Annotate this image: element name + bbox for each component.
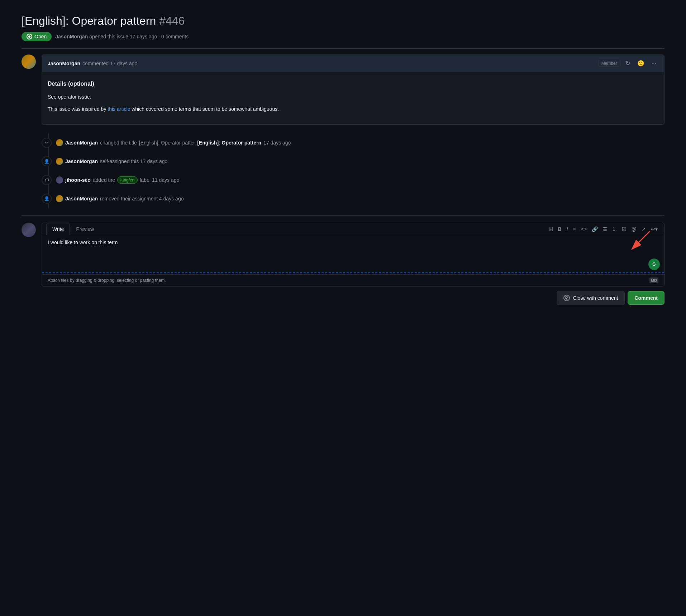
issue-author: JasonMorgan opened this issue 17 days ag… bbox=[55, 34, 189, 39]
tag-icon: 🏷 bbox=[42, 175, 52, 185]
timeline-content: JasonMorgan removed their assignment 4 d… bbox=[56, 195, 184, 202]
timeline-content: JasonMorgan self-assigned this 17 days a… bbox=[56, 158, 167, 165]
timeline-time: 17 days ago bbox=[263, 140, 291, 146]
comment-button[interactable]: Comment bbox=[628, 291, 664, 305]
person-icon: 👤 bbox=[42, 156, 52, 166]
current-user-avatar bbox=[22, 223, 36, 237]
emoji-button[interactable]: 🙂 bbox=[635, 58, 647, 68]
timeline-author: jihoon-seo bbox=[65, 177, 91, 183]
timeline-item: 👤 JasonMorgan self-assigned this 17 days… bbox=[42, 152, 664, 171]
comment-author: JasonMorgan bbox=[48, 61, 80, 66]
timeline-divider bbox=[22, 215, 664, 215]
unordered-list-btn[interactable]: ☰ bbox=[601, 225, 610, 233]
editor-tabs: Write Preview bbox=[42, 223, 104, 235]
comment-header: JasonMorgan commented 17 days ago Member… bbox=[42, 55, 664, 72]
close-btn-label: Close with comment bbox=[573, 295, 618, 301]
timeline-content: JasonMorgan changed the title [English]:… bbox=[56, 139, 291, 146]
timeline-action-prefix: added the bbox=[93, 177, 115, 183]
tabs-toolbar-row: Write Preview H B I ≡ <> 🔗 ☰ bbox=[42, 223, 664, 235]
svg-point-2 bbox=[565, 297, 568, 299]
timeline-action-suffix: label 11 days ago bbox=[140, 177, 179, 183]
timeline: ✏ JasonMorgan changed the title [English… bbox=[42, 133, 664, 208]
undo-btn[interactable]: ↩▾ bbox=[649, 225, 660, 233]
bold-btn[interactable]: B bbox=[556, 225, 564, 233]
comment-heading: Details (optional) bbox=[48, 79, 658, 89]
avatar-small bbox=[56, 158, 63, 165]
member-badge: Member bbox=[598, 60, 620, 67]
timeline-item: ✏ JasonMorgan changed the title [English… bbox=[42, 133, 664, 152]
issue-title: [English]: Operator pattern #446 bbox=[22, 14, 664, 28]
timeline-action: removed their assignment 4 days ago bbox=[100, 196, 184, 202]
timeline-content: jihoon-seo added the lang/en label 11 da… bbox=[56, 176, 179, 184]
issue-number: #446 bbox=[159, 14, 185, 27]
italic-btn[interactable]: I bbox=[564, 225, 570, 233]
write-tab[interactable]: Write bbox=[46, 223, 70, 235]
timeline-author: JasonMorgan bbox=[65, 140, 98, 146]
reaction-button[interactable]: ↻ bbox=[623, 58, 632, 68]
check-icon bbox=[565, 296, 568, 300]
timeline-action: self-assigned this 17 days ago bbox=[100, 158, 167, 164]
timeline-item: 🏷 jihoon-seo added the lang/en label 11 … bbox=[42, 171, 664, 189]
para2-suffix: which covered some terms that seem to be… bbox=[130, 106, 279, 112]
editor-footer: Attach files by dragging & dropping, sel… bbox=[42, 274, 664, 286]
label-badge: lang/en bbox=[117, 176, 138, 184]
comment-para1: See operator issue. bbox=[48, 93, 658, 101]
comment-body: Details (optional) See operator issue. T… bbox=[42, 72, 664, 124]
quote-btn[interactable]: ≡ bbox=[571, 225, 578, 233]
close-with-comment-button[interactable]: Close with comment bbox=[557, 291, 625, 305]
open-icon bbox=[27, 34, 32, 39]
ref-btn[interactable]: ↗ bbox=[639, 225, 648, 233]
editor-container: Write Preview H B I ≡ <> 🔗 ☰ bbox=[42, 223, 664, 286]
status-text: Open bbox=[34, 34, 47, 39]
issue-page: [English]: Operator pattern #446 Open Ja… bbox=[22, 14, 664, 305]
markdown-icon: MD bbox=[649, 278, 658, 283]
avatar-small bbox=[56, 195, 63, 202]
attach-text: Attach files by dragging & dropping, sel… bbox=[48, 278, 166, 283]
comment-timestamp: commented 17 days ago bbox=[82, 61, 137, 66]
avatar bbox=[22, 55, 36, 69]
code-btn[interactable]: <> bbox=[579, 225, 589, 233]
more-button[interactable]: ··· bbox=[649, 59, 658, 68]
issue-meta: Open JasonMorgan opened this issue 17 da… bbox=[22, 32, 664, 41]
mention-btn[interactable]: @ bbox=[629, 225, 639, 233]
preview-tab[interactable]: Preview bbox=[70, 223, 100, 235]
comment-para2: This issue was inspired by this article … bbox=[48, 105, 658, 113]
timeline-author: JasonMorgan bbox=[65, 158, 98, 164]
old-title: [English]: Operator patter bbox=[139, 140, 195, 146]
article-link[interactable]: this article bbox=[108, 106, 130, 112]
link-btn[interactable]: 🔗 bbox=[590, 225, 600, 233]
comment-meta: JasonMorgan commented 17 days ago bbox=[48, 61, 137, 66]
opened-text: opened this issue 17 days ago · 0 commen… bbox=[89, 34, 189, 39]
main-comment-area: JasonMorgan commented 17 days ago Member… bbox=[22, 55, 664, 125]
editor-wrapper: G bbox=[42, 235, 664, 274]
avatar-small bbox=[56, 139, 63, 146]
comment-box: JasonMorgan commented 17 days ago Member… bbox=[42, 55, 664, 125]
author-name: JasonMorgan bbox=[55, 34, 88, 39]
title-text: [English]: Operator pattern bbox=[22, 14, 156, 27]
issue-header: [English]: Operator pattern #446 Open Ja… bbox=[22, 14, 664, 41]
timeline-item: 👤 JasonMorgan removed their assignment 4… bbox=[42, 189, 664, 208]
pencil-icon: ✏ bbox=[42, 138, 52, 148]
para2-prefix: This issue was inspired by bbox=[48, 106, 108, 112]
action-buttons: Close with comment Comment bbox=[42, 291, 664, 305]
person-icon: 👤 bbox=[42, 194, 52, 204]
comment-input[interactable] bbox=[42, 235, 664, 273]
avatar-small bbox=[56, 176, 63, 184]
comment-btn-label: Comment bbox=[634, 295, 658, 301]
editor-section: Write Preview H B I ≡ <> 🔗 ☰ bbox=[42, 223, 664, 305]
timeline-author: JasonMorgan bbox=[65, 196, 98, 202]
new-title: [English]: Operator pattern bbox=[197, 140, 261, 146]
task-list-btn[interactable]: ☑ bbox=[620, 225, 629, 233]
editor-toolbar: H B I ≡ <> 🔗 ☰ 1. ☑ @ ↗ ↩▾ bbox=[543, 223, 664, 235]
comment-actions: Member ↻ 🙂 ··· bbox=[598, 58, 658, 68]
header-divider bbox=[22, 48, 664, 49]
open-badge: Open bbox=[22, 32, 52, 41]
ordered-list-btn[interactable]: 1. bbox=[610, 225, 619, 233]
write-area: Write Preview H B I ≡ <> 🔗 ☰ bbox=[22, 223, 664, 305]
heading-btn[interactable]: H bbox=[547, 225, 555, 233]
close-circle-icon bbox=[563, 295, 570, 301]
